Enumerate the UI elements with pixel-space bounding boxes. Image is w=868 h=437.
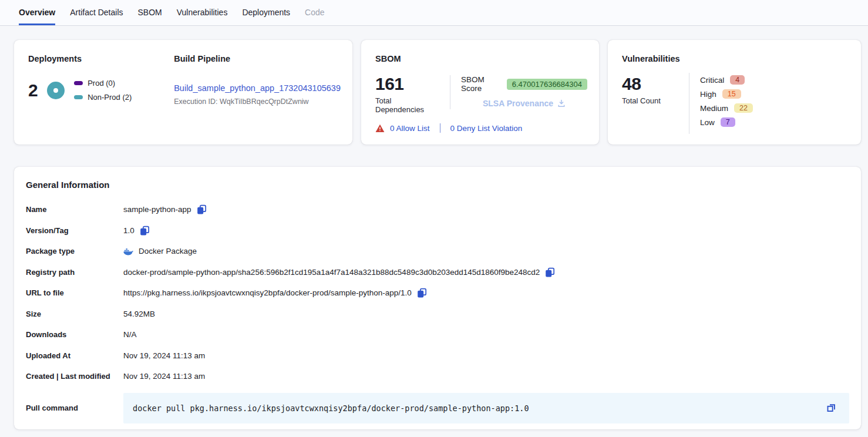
copy-version-button[interactable] [140,226,150,236]
low-label: Low [700,118,715,127]
slsa-provenance-link[interactable]: SLSA Provenance [461,99,587,108]
slsa-provenance-label: SLSA Provenance [483,99,553,108]
tab-code: Code [305,0,324,25]
prod-swatch-icon [74,81,83,85]
sbom-title: SBOM [375,54,587,63]
deployments-total: 2 [28,80,38,100]
vuln-divider [689,73,689,134]
pull-command-box: docker pull pkg.harness.io/ikpsjoavtcwxn… [123,393,849,423]
severity-row-high: High 15 [700,89,753,99]
sbom-total-label: Total Dependencies [375,96,439,114]
deployments-legend: Prod (0) Non-Prod (2) [74,79,132,102]
copy-pull-command-button[interactable] [826,403,836,413]
high-count-badge: 15 [722,89,741,99]
row-name: Name sample-python-app [26,199,849,220]
docker-icon [123,247,133,256]
sbom-divider [450,75,450,109]
allow-list-link[interactable]: 0 Allow List [390,124,430,133]
version-value: 1.0 [123,226,134,235]
critical-label: Critical [700,76,724,85]
row-version: Version/Tag 1.0 [26,220,849,241]
row-size: Size 54.92MB [26,304,849,325]
uploaded-at-label: Uploaded At [26,351,123,360]
row-registry-path: Registry path docker-prod/sample-python-… [26,262,849,283]
nonprod-legend-label: Non-Prod (2) [88,93,132,102]
tab-bar: Overview Artifact Details SBOM Vulnerabi… [0,0,868,26]
medium-label: Medium [700,104,728,113]
url-to-file-value: https://pkg.harness.io/ikpsjoavtcwxnqisy… [123,288,412,297]
name-value: sample-python-app [123,205,191,214]
general-information-card: General Information Name sample-python-a… [14,167,861,429]
execution-id-text: Execution ID: WqkTiIbBRqecQrpDtZwniw [174,98,341,106]
severity-list: Critical 4 High 15 Medium 22 Low 7 [700,74,753,134]
sbom-score-badge: 6.470017636684304 [507,79,587,90]
copy-url-button[interactable] [417,288,427,298]
pull-command-value: docker pull pkg.harness.io/ikpsjoavtcwxn… [133,404,529,413]
tab-artifact-details[interactable]: Artifact Details [70,0,123,25]
build-pipeline-link[interactable]: Build_sample_python_app_1732043105639 [174,83,341,93]
low-count-badge: 7 [721,117,735,127]
vuln-total: 48 [622,74,678,94]
size-label: Size [26,310,123,318]
vuln-total-label: Total Count [622,96,678,105]
vuln-total-block: 48 Total Count [622,74,678,134]
deployments-title: Deployments [28,54,155,63]
medium-count-badge: 22 [734,103,753,113]
package-type-label: Package type [26,247,123,256]
tab-deployments[interactable]: Deployments [242,0,290,25]
general-information-title: General Information [26,180,849,190]
build-pipeline-title: Build Pipeline [174,54,341,63]
deployments-card: Deployments 2 Prod (0) Non-Prod (2) [14,40,352,144]
deny-list-violation-link[interactable]: 0 Deny List Violation [450,124,523,133]
severity-row-medium: Medium 22 [700,103,753,113]
row-package-type: Package type Docker Package [26,241,849,262]
row-pull-command: Pull command docker pull pkg.harness.io/… [26,393,849,423]
sbom-card: SBOM 161 Total Dependencies SBOM Score 6… [361,40,599,144]
copy-registry-path-button[interactable] [545,267,555,277]
copy-name-button[interactable] [197,204,207,214]
warning-triangle-icon [375,124,385,133]
row-downloads: Downloads N/A [26,324,849,345]
vulnerabilities-card: Vulnerabilities 48 Total Count Critical … [608,40,861,144]
deployments-donut-chart [47,82,65,99]
row-uploaded-at: Uploaded At Nov 19, 2024 11:13 am [26,345,849,367]
vulnerabilities-title: Vulnerabilities [622,54,849,63]
row-created-modified: Created | Last modified Nov 19, 2024 11:… [26,366,849,387]
legend-item-nonprod: Non-Prod (2) [74,93,132,102]
package-type-value: Docker Package [139,247,197,256]
sbom-score-label: SBOM Score [461,75,502,93]
download-icon [557,99,566,107]
url-to-file-label: URL to file [26,288,123,297]
size-value: 54.92MB [123,310,155,318]
sbom-total: 161 [375,74,439,94]
sbom-total-block: 161 Total Dependencies [375,74,439,114]
downloads-label: Downloads [26,330,123,339]
tab-vulnerabilities[interactable]: Vulnerabilities [177,0,228,25]
nonprod-swatch-icon [74,95,83,99]
version-label: Version/Tag [26,226,123,235]
prod-legend-label: Prod (0) [88,79,115,88]
legend-item-prod: Prod (0) [74,79,132,88]
created-modified-value: Nov 19, 2024 11:13 am [123,372,205,381]
tab-overview[interactable]: Overview [19,0,55,25]
summary-cards-row: Deployments 2 Prod (0) Non-Prod (2) [14,40,861,144]
uploaded-at-value: Nov 19, 2024 11:13 am [123,351,205,360]
tab-sbom[interactable]: SBOM [138,0,162,25]
allow-deny-separator [440,123,440,133]
downloads-value: N/A [123,330,137,339]
severity-row-critical: Critical 4 [700,75,753,85]
critical-count-badge: 4 [730,75,745,85]
name-label: Name [26,205,123,214]
created-modified-label: Created | Last modified [26,372,123,381]
row-url-to-file: URL to file https://pkg.harness.io/ikpsj… [26,283,849,304]
registry-path-value: docker-prod/sample-python-app/sha256:596… [123,268,540,277]
high-label: High [700,90,716,99]
pull-command-label: Pull command [26,404,123,412]
severity-row-low: Low 7 [700,117,753,127]
registry-path-label: Registry path [26,268,123,277]
